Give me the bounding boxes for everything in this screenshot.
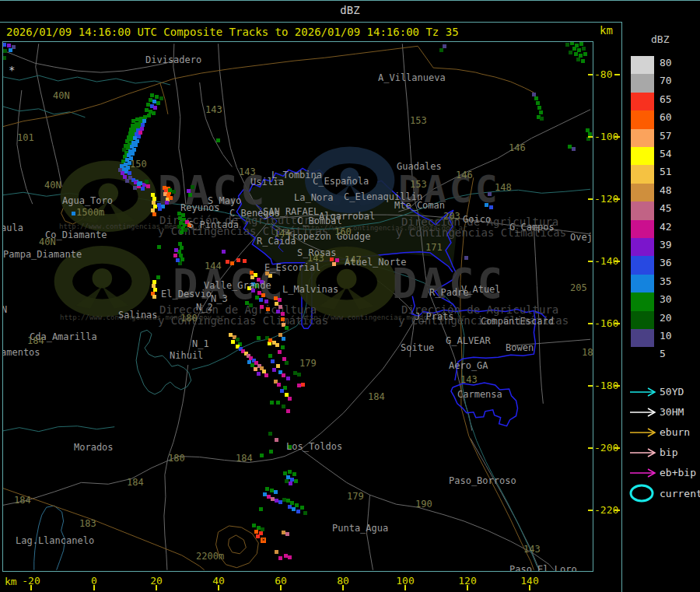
map-label: 184 xyxy=(127,478,144,488)
radar-cell xyxy=(137,135,141,138)
radar-app-window: { "title_bar": { "title": "dBZ" }, "head… xyxy=(0,0,700,592)
radar-cell xyxy=(2,43,6,47)
radar-cell xyxy=(285,326,289,330)
radar-cell xyxy=(9,48,12,52)
radar-cell xyxy=(276,364,280,368)
map-label: Morados xyxy=(74,443,114,453)
dbz-scale-value: 42 xyxy=(660,221,672,233)
map-label: 150 xyxy=(130,159,147,170)
radar-cell xyxy=(150,93,154,97)
river-line xyxy=(3,75,170,85)
track-arrow-icon xyxy=(628,423,660,442)
radar-cell xyxy=(254,367,257,371)
map-label: 205 xyxy=(570,283,587,293)
road-line xyxy=(272,320,415,459)
radar-cell xyxy=(257,372,261,376)
radar-cell xyxy=(277,383,281,387)
dbz-scale-value: 20 xyxy=(660,312,672,324)
radar-cell xyxy=(582,47,586,51)
radar-cell xyxy=(280,389,284,393)
radar-cell xyxy=(156,101,160,105)
radar-cell xyxy=(165,201,169,205)
track-legend-row: current xyxy=(622,483,700,496)
page-title: dBZ xyxy=(0,1,700,20)
radar-cell xyxy=(230,261,234,265)
x-axis-tick xyxy=(156,585,157,590)
river-line xyxy=(136,330,191,394)
map-label: 143 xyxy=(239,167,256,177)
radar-cell xyxy=(243,259,247,263)
dbz-scale-value: 65 xyxy=(660,93,672,105)
dbz-scale-swatch xyxy=(631,201,654,219)
dbz-scale-swatch xyxy=(631,238,654,256)
radar-cell xyxy=(288,470,292,474)
x-axis: km -20020406080100120140 xyxy=(0,572,593,592)
dbz-scale-swatch xyxy=(631,256,654,274)
y-axis-tick-inner xyxy=(588,385,593,387)
radar-map-panel[interactable]: DACCDirección de Agriculturay Contingenc… xyxy=(2,41,593,572)
track-legend-row: 50YD xyxy=(622,382,700,394)
dbz-scale-swatch xyxy=(631,184,654,201)
radar-cell xyxy=(216,138,220,142)
radar-site-marker: * xyxy=(9,65,15,75)
x-axis-tick xyxy=(467,585,468,590)
radar-map[interactable]: DACCDirección de Agriculturay Contingenc… xyxy=(3,42,593,571)
radar-cell xyxy=(572,47,576,51)
radar-cell xyxy=(278,556,282,560)
map-label: 40N xyxy=(44,180,61,191)
map-label: Paso_El_Loro xyxy=(509,565,577,572)
radar-cell xyxy=(579,42,583,46)
map-label: 146 xyxy=(509,143,526,153)
radar-cell xyxy=(574,52,578,56)
contour-line xyxy=(3,46,534,127)
radar-cell xyxy=(257,336,261,340)
map-label: 143 xyxy=(205,105,222,115)
map-label: Paso_Borroso xyxy=(449,476,516,486)
dbz-scale-swatch xyxy=(631,329,654,347)
radar-cell xyxy=(252,524,256,527)
radar-cell xyxy=(570,41,574,45)
y-axis-tick-inner xyxy=(588,198,593,200)
dbz-scale-value: 57 xyxy=(660,130,672,142)
radar-cell xyxy=(146,184,150,188)
y-axis-tick xyxy=(614,136,620,138)
map-label: 180 xyxy=(168,454,185,464)
map-label: Guadales xyxy=(397,162,442,172)
radar-cell xyxy=(569,51,572,54)
map-label: Mte_Coman xyxy=(394,201,445,211)
dbz-scale-value: 10 xyxy=(660,330,672,342)
radar-cell xyxy=(282,337,285,341)
radar-cell xyxy=(300,506,304,510)
track-arrow-icon xyxy=(628,443,660,462)
map-label: E_Escorial xyxy=(264,263,320,273)
radar-cell xyxy=(285,532,289,536)
radar-cell xyxy=(153,106,157,110)
dbz-scale-value: 60 xyxy=(660,111,672,123)
radar-cell xyxy=(281,317,285,321)
map-label: S_Pintada xyxy=(188,220,239,230)
radar-cell xyxy=(155,95,159,99)
map-label: 184 xyxy=(236,454,253,464)
radar-cell xyxy=(152,212,156,216)
map-label: 183 xyxy=(79,519,96,529)
radar-cell xyxy=(583,52,587,56)
map-label: Nihuil xyxy=(170,351,203,361)
river-line xyxy=(3,426,114,432)
km-unit-label-top: km xyxy=(600,24,613,37)
radar-cell xyxy=(534,96,538,100)
radar-cell xyxy=(128,171,131,175)
radar-cell xyxy=(266,307,270,311)
y-axis-tick xyxy=(614,74,620,75)
y-axis-tick-inner xyxy=(588,136,593,138)
map-label: Punta_Agua xyxy=(332,524,388,534)
map-label: 40N xyxy=(39,237,56,247)
x-axis-tick xyxy=(404,585,406,590)
y-axis-tick xyxy=(614,261,620,262)
map-label: 179 xyxy=(299,359,317,369)
dbz-scale-swatch xyxy=(631,129,654,147)
dbz-scale-swatch xyxy=(631,165,654,183)
radar-cell xyxy=(264,300,268,303)
road-line xyxy=(17,90,33,204)
radar-cell xyxy=(156,275,160,279)
map-label: Salinas xyxy=(118,310,158,321)
